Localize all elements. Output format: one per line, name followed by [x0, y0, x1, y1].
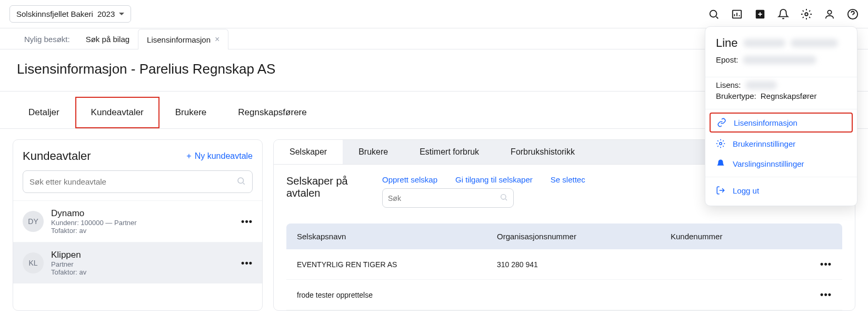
svg-point-4 [827, 10, 831, 14]
agreement-meta: Partner [51, 260, 234, 268]
menu-item-brukerinnstillinger[interactable]: Brukerinnstillinger [705, 134, 857, 154]
row-more-icon[interactable]: ••• [811, 289, 832, 300]
company-name: Solskinnsfjellet Bakeri [16, 9, 93, 18]
tab-label: Lisensinformasjon [147, 35, 211, 44]
cell-org: 310 280 941 [497, 260, 671, 269]
license-label: Lisens: [716, 80, 741, 89]
add-icon[interactable] [754, 8, 766, 20]
redacted [743, 56, 816, 64]
close-icon[interactable]: × [215, 35, 220, 44]
new-agreement-link[interactable]: + Ny kundeavtale [186, 151, 253, 161]
inner-tab-brukere[interactable]: Brukere [343, 140, 404, 164]
logout-icon [716, 186, 725, 195]
agreement-meta: Tofaktor: av [51, 227, 234, 235]
subtab-kundeavtaler[interactable]: Kundeavtaler [75, 97, 159, 128]
col-orgnr: Organisasjonsnummer [497, 232, 671, 241]
svg-point-3 [805, 13, 808, 16]
inner-tab-estimert[interactable]: Estimert forbruk [404, 140, 495, 164]
agreement-search[interactable] [23, 170, 253, 193]
bell-icon[interactable] [777, 8, 789, 20]
recent-label: Nylig besøkt: [17, 29, 77, 49]
new-agreement-label: Ny kundeavtale [195, 151, 253, 161]
table-row[interactable]: EVENTYRLIG REN TIGER AS 310 280 941 ••• [286, 249, 842, 280]
user-menu: Line Epost: Lisens: Brukertype: Regnskap… [705, 26, 857, 206]
row-more-icon[interactable]: ••• [811, 259, 832, 270]
redacted [743, 39, 785, 47]
company-year: 2023 [97, 9, 115, 18]
agreement-search-input[interactable] [29, 177, 236, 186]
search-icon[interactable] [708, 8, 720, 20]
inner-tab-historikk[interactable]: Forbrukshistorikk [495, 140, 591, 164]
agreement-meta: Tofaktor: av [51, 268, 234, 276]
menu-item-lisensinformasjon[interactable]: Lisensinformasjon [710, 113, 853, 133]
user-name: Line [716, 36, 738, 50]
chevron-down-icon [119, 13, 124, 15]
svg-point-7 [501, 195, 506, 199]
inner-tab-selskaper[interactable]: Selskaper [274, 140, 343, 164]
menu-label: Lisensinformasjon [734, 118, 797, 127]
more-icon[interactable]: ••• [241, 216, 253, 227]
gear-icon [716, 139, 725, 148]
col-selskapsnavn: Selskapsnavn [297, 232, 497, 241]
email-label: Epost: [716, 55, 739, 64]
recent-item[interactable]: Søk på bilag [77, 29, 138, 49]
company-search[interactable] [382, 188, 514, 208]
company-search-input[interactable] [388, 194, 500, 202]
plus-icon: + [186, 151, 191, 161]
agreement-item[interactable]: DY Dynamo Kundenr: 100000 — Partner Tofa… [13, 200, 262, 242]
table-row[interactable]: frode tester opprettelse ••• [286, 280, 842, 310]
svg-point-6 [238, 178, 244, 184]
menu-item-logout[interactable]: Logg ut [705, 180, 857, 200]
help-icon[interactable] [847, 8, 859, 20]
search-icon [500, 193, 508, 203]
agreement-item[interactable]: KL Klippen Partner Tofaktor: av ••• [13, 242, 262, 283]
subtab-brukere[interactable]: Brukere [159, 97, 223, 128]
user-icon[interactable] [824, 8, 835, 20]
search-icon [236, 176, 246, 187]
avatar: DY [23, 211, 44, 232]
subtab-regnskapsforere[interactable]: Regnskapsførere [222, 97, 322, 128]
more-icon[interactable]: ••• [241, 258, 253, 269]
bell-icon [716, 159, 725, 168]
avatar: KL [23, 252, 44, 273]
page-title: Lisensinformasjon - Parelius Regnskap AS [17, 61, 275, 77]
svg-point-8 [720, 143, 722, 145]
grant-access-link[interactable]: Gi tilgang til selskaper [455, 175, 533, 184]
agreement-name: Klippen [51, 250, 234, 260]
menu-label: Brukerinnstillinger [733, 139, 795, 148]
create-company-link[interactable]: Opprett selskap [382, 175, 437, 184]
subtab-detaljer[interactable]: Detaljer [13, 97, 75, 128]
tab-lisensinformasjon[interactable]: Lisensinformasjon × [138, 29, 228, 49]
redacted [745, 81, 777, 89]
cell-name: EVENTYRLIG REN TIGER AS [297, 260, 497, 269]
svg-point-0 [710, 10, 717, 17]
cell-name: frode tester opprettelse [297, 291, 497, 299]
col-kundenr: Kundenummer [671, 232, 811, 241]
company-selector[interactable]: Solskinnsfjellet Bakeri 2023 [9, 5, 131, 23]
menu-label: Varslingsinnstillinger [733, 159, 804, 168]
type-label: Brukertype: [716, 92, 756, 100]
companies-title: Selskaper på avtalen [286, 175, 376, 199]
menu-label: Logg ut [733, 186, 759, 195]
see-deleted-link[interactable]: Se slettec [551, 175, 585, 184]
type-value: Regnskapsfører [761, 92, 817, 100]
agreement-name: Dynamo [51, 208, 234, 219]
gear-icon[interactable] [801, 8, 812, 20]
dashboard-icon[interactable] [731, 8, 743, 20]
redacted [791, 39, 838, 47]
link-icon [717, 118, 726, 127]
side-title: Kundeavtaler [23, 149, 91, 163]
agreement-meta: Kundenr: 100000 — Partner [51, 219, 234, 227]
menu-item-varslingsinnstillinger[interactable]: Varslingsinnstillinger [705, 154, 857, 174]
